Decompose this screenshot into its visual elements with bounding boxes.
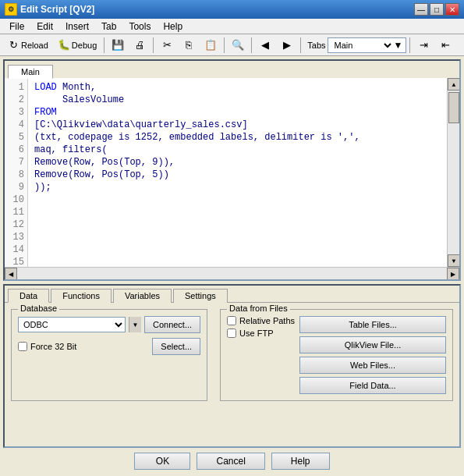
menu-help[interactable]: Help <box>157 20 189 33</box>
table-files-button[interactable]: Table Files... <box>299 316 446 333</box>
tabs-select[interactable]: Main <box>331 40 394 51</box>
db-dropdown-arrow[interactable]: ▼ <box>129 317 141 332</box>
toolbar-separator-1 <box>104 37 104 53</box>
search-button[interactable]: 🔍 <box>228 37 248 54</box>
toolbar-separator-3 <box>224 37 225 53</box>
scroll-x-track[interactable] <box>17 268 447 279</box>
menu-file[interactable]: File <box>3 20 30 33</box>
nav-prev-icon: ◀ <box>259 39 271 52</box>
scroll-left-button[interactable]: ◀ <box>5 268 17 279</box>
database-group-label: Database <box>18 304 59 313</box>
menu-bar: File Edit Insert Tab Tools Help <box>0 19 464 34</box>
indent-button[interactable]: ⇥ <box>413 37 434 54</box>
dialog-buttons: OK Cancel Help <box>3 448 461 473</box>
toolbar-separator-2 <box>153 37 154 53</box>
toolbar: ↻ Reload 🐛 Debug 💾 🖨 ✂ ⎘ 📋 🔍 ◀ ▶ Tabs Ma… <box>0 34 464 56</box>
tab-functions[interactable]: Functions <box>51 289 112 303</box>
tabs-dropdown[interactable]: Main ▼ <box>328 37 407 53</box>
tab-data[interactable]: Data <box>8 289 49 303</box>
code-content[interactable]: LOAD Month, SalesVolume FROM [C:\Qlikvie… <box>28 78 447 267</box>
title-bar: ⚙ Edit Script [QV2] — □ ✕ <box>0 0 464 19</box>
scroll-thumb[interactable] <box>448 92 459 123</box>
files-checkboxes: Relative Paths Use FTP <box>227 316 295 394</box>
outdent-icon: ⇤ <box>439 39 452 52</box>
tab-variables[interactable]: Variables <box>113 289 172 303</box>
cancel-button[interactable]: Cancel <box>197 453 264 470</box>
bottom-tab-content: Database ODBC OLE DB ▼ Connect... <box>5 303 459 446</box>
help-button[interactable]: Help <box>271 453 330 470</box>
db-dropdown[interactable]: ODBC OLE DB <box>18 317 126 332</box>
menu-tab[interactable]: Tab <box>95 20 122 33</box>
reload-button[interactable]: ↻ Reload <box>3 37 52 54</box>
bottom-row-groups: Database ODBC OLE DB ▼ Connect... <box>11 309 453 401</box>
files-group: Data from Files Relative Paths Use FTP <box>220 309 453 401</box>
force32-checkbox[interactable] <box>18 342 27 351</box>
paste-button[interactable]: 📋 <box>200 37 221 54</box>
force32-row: Force 32 Bit <box>18 342 76 351</box>
connect-button[interactable]: Connect... <box>144 316 200 333</box>
qlikview-file-button[interactable]: QlikView File... <box>299 336 446 353</box>
nav-next-button[interactable]: ▶ <box>277 37 297 54</box>
scroll-right-button[interactable]: ▶ <box>447 268 459 279</box>
scroll-up-button[interactable]: ▲ <box>448 78 459 91</box>
close-button[interactable]: ✕ <box>445 3 459 16</box>
indent-icon: ⇥ <box>417 39 430 52</box>
print-button[interactable]: 🖨 <box>129 37 150 54</box>
search-icon: 🔍 <box>232 39 244 52</box>
scroll-track[interactable] <box>448 91 459 254</box>
force32-label: Force 32 Bit <box>30 342 76 351</box>
relative-paths-checkbox[interactable] <box>227 316 236 325</box>
files-buttons: Table Files... QlikView File... Web File… <box>299 316 446 394</box>
bottom-panel: Data Functions Variables Settings Databa… <box>3 284 461 448</box>
nav-prev-button[interactable]: ◀ <box>255 37 275 54</box>
nav-next-icon: ▶ <box>281 39 293 52</box>
cut-icon: ✂ <box>161 39 173 52</box>
menu-insert[interactable]: Insert <box>59 20 95 33</box>
debug-icon: 🐛 <box>58 39 70 52</box>
relative-paths-label: Relative Paths <box>239 316 295 325</box>
app-icon: ⚙ <box>5 3 17 16</box>
minimize-button[interactable]: — <box>414 3 428 16</box>
bottom-tab-strip: Data Functions Variables Settings <box>5 286 459 303</box>
horizontal-scrollbar[interactable]: ◀ ▶ <box>5 267 459 279</box>
vertical-scrollbar[interactable]: ▲ ▼ <box>447 78 459 267</box>
use-ftp-row: Use FTP <box>227 329 295 338</box>
cut-button[interactable]: ✂ <box>157 37 177 54</box>
toolbar-separator-6 <box>409 37 410 53</box>
outdent-button[interactable]: ⇤ <box>435 37 455 54</box>
use-ftp-checkbox[interactable] <box>227 329 236 338</box>
tabs-dropdown-arrow: ▼ <box>394 40 403 51</box>
ok-button[interactable]: OK <box>134 453 190 470</box>
save-icon: 💾 <box>112 39 124 52</box>
code-area[interactable]: 123456 789101112 13141516 LOAD Month, Sa… <box>5 78 459 267</box>
toolbar-separator-4 <box>251 37 252 53</box>
tab-main[interactable]: Main <box>8 65 53 79</box>
script-editor: Main 123456 789101112 13141516 LOAD Mont… <box>3 59 461 281</box>
paste-icon: 📋 <box>204 39 217 52</box>
window-title: Edit Script [QV2] <box>20 4 94 15</box>
debug-button[interactable]: 🐛 Debug <box>54 37 101 54</box>
editor-tab-strip: Main <box>5 61 459 78</box>
tabs-label: Tabs <box>307 41 325 50</box>
use-ftp-label: Use FTP <box>239 329 273 338</box>
toolbar-separator-5 <box>300 37 301 53</box>
db-select-input[interactable]: ODBC OLE DB <box>19 319 125 330</box>
scroll-down-button[interactable]: ▼ <box>448 254 459 267</box>
field-data-button[interactable]: Field Data... <box>299 377 446 394</box>
db-select-row: ODBC OLE DB ▼ Connect... <box>18 316 200 333</box>
select-button[interactable]: Select... <box>152 338 200 355</box>
copy-icon: ⎘ <box>182 39 195 52</box>
line-numbers: 123456 789101112 13141516 <box>5 78 28 267</box>
maximize-button[interactable]: □ <box>430 3 444 16</box>
menu-tools[interactable]: Tools <box>122 20 157 33</box>
tab-settings[interactable]: Settings <box>173 289 228 303</box>
web-files-button[interactable]: Web Files... <box>299 357 446 374</box>
database-group: Database ODBC OLE DB ▼ Connect... <box>11 309 207 401</box>
copy-button[interactable]: ⎘ <box>179 37 199 54</box>
files-group-label: Data from Files <box>227 304 290 313</box>
menu-edit[interactable]: Edit <box>30 20 59 33</box>
relative-paths-row: Relative Paths <box>227 316 295 325</box>
reload-icon: ↻ <box>7 39 19 52</box>
save-button[interactable]: 💾 <box>108 37 128 54</box>
print-icon: 🖨 <box>133 39 146 52</box>
